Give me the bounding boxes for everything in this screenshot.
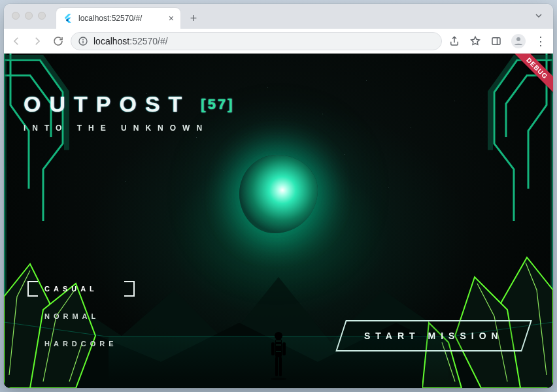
svg-point-1 [82,39,84,40]
svg-rect-13 [271,342,275,355]
start-mission-label: START MISSION [364,331,503,341]
share-icon[interactable] [448,35,460,47]
nav-forward-icon[interactable] [31,35,43,47]
game-subtitle: INTO THE UNKNOWN [24,123,237,133]
svg-point-17 [271,378,286,380]
window-close-dot[interactable] [12,12,20,20]
nav-buttons [10,35,64,47]
tab-close-icon[interactable]: × [169,14,174,23]
start-mission-button[interactable]: START MISSION [336,320,532,351]
difficulty-selector: CASUAL NORMAL HARDCORE [27,281,135,351]
svg-rect-14 [282,342,286,355]
svg-point-11 [275,332,282,340]
flutter-favicon-icon [63,13,73,24]
url-host: localhost [93,36,129,46]
difficulty-option-casual[interactable]: CASUAL [27,281,135,297]
url-path: :52570/#/ [129,36,167,46]
svg-rect-2 [82,41,83,43]
svg-rect-16 [279,357,282,376]
site-info-icon[interactable] [78,36,88,46]
url-text: localhost:52570/#/ [93,36,168,46]
browser-tab[interactable]: localhost:52570/#/ × [56,8,180,29]
svg-rect-12 [275,339,282,357]
tabs-overflow-icon[interactable] [533,10,544,24]
game-title-badge: [57] [198,96,237,113]
tab-title: localhost:52570/#/ [78,14,163,23]
browser-toolbar: localhost:52570/#/ ⋮ [4,29,553,54]
nav-back-icon[interactable] [10,35,22,47]
browser-window: localhost:52570/#/ × + localhost:52570/#… [4,4,553,388]
svg-rect-3 [492,37,500,44]
game-title-main: OUTPOST [24,91,190,117]
difficulty-option-hardcore[interactable]: HARDCORE [27,336,135,351]
nav-reload-icon[interactable] [52,35,64,47]
new-tab-button[interactable]: + [184,9,203,27]
window-zoom-dot[interactable] [38,12,46,20]
difficulty-option-normal[interactable]: NORMAL [27,308,135,324]
browser-menu-icon[interactable]: ⋮ [535,35,547,47]
window-controls [12,12,46,20]
svg-point-5 [516,37,520,41]
game-title-block: OUTPOST [57] INTO THE UNKNOWN [24,91,237,133]
bookmark-star-icon[interactable] [469,35,481,47]
game-viewport: DEBUG OUTPOST [57] INTO THE UNKNOWN CASU… [4,54,553,388]
window-minimize-dot[interactable] [25,12,33,20]
side-panel-icon[interactable] [490,35,502,47]
profile-avatar-icon[interactable] [511,34,526,48]
tab-strip: localhost:52570/#/ × + [4,4,553,29]
toolbar-right: ⋮ [448,34,547,48]
address-bar[interactable]: localhost:52570/#/ [71,32,442,50]
player-silhouette [269,329,288,380]
svg-rect-15 [275,357,278,376]
anomaly-glow [226,142,331,246]
